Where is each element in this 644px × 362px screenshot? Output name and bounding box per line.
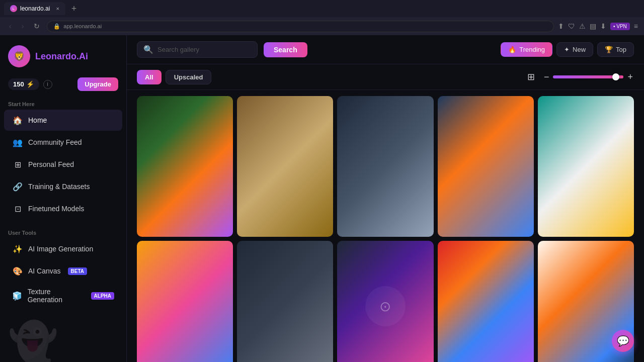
item-share-button[interactable]: ⊘	[198, 100, 212, 114]
item-expand-button[interactable]: ⤢	[416, 100, 430, 114]
beta-badge: BETA	[68, 267, 87, 275]
new-label: New	[573, 46, 586, 53]
sidebar-label-personal-feed: Personal Feed	[28, 160, 74, 168]
item-remix-button[interactable]: ⊞	[181, 245, 195, 259]
gallery-item[interactable]: ⊞ ⤢	[237, 96, 333, 237]
credits-amount: 150	[13, 80, 24, 88]
item-expand-button[interactable]: ⤢	[516, 245, 530, 259]
item-remix-button[interactable]: ⊞	[381, 100, 395, 114]
share-button[interactable]: ⬆	[558, 22, 564, 30]
sidebar-toggle[interactable]: ▤	[590, 22, 596, 30]
item-expand-button[interactable]: ⤢	[516, 100, 530, 114]
grid-view-button[interactable]: ⊞	[523, 69, 539, 84]
sidebar-label-finetuned: Finetuned Models	[28, 205, 84, 213]
sidebar-section-user-tools: User Tools	[0, 226, 126, 238]
zoom-in-button[interactable]: +	[626, 72, 634, 82]
texture-gen-icon: 🧊	[12, 290, 23, 301]
item-expand-button[interactable]: ⤢	[315, 100, 329, 114]
info-button[interactable]: i	[43, 80, 52, 89]
new-filter-button[interactable]: ✦ New	[556, 42, 593, 57]
sidebar-label-texture-gen: Texture Generation	[28, 288, 84, 304]
gallery-item[interactable]: ⊞ ⊘ ⤢	[137, 96, 233, 237]
item-share-button[interactable]: ⊘	[398, 100, 413, 114]
item-share-button[interactable]: ⊘	[398, 245, 413, 259]
item-share-button[interactable]: ⊘	[198, 245, 212, 259]
gallery-grid: ⊞ ⊘ ⤢ ⊞ ⤢ ⊞ ⊘ ⤢	[137, 96, 634, 362]
gallery: ⊞ ⊘ ⤢ ⊞ ⤢ ⊞ ⊘ ⤢	[127, 90, 644, 362]
chat-fab-button[interactable]: 💬	[612, 330, 634, 352]
tab-label: leonardo.ai	[20, 5, 50, 12]
logo-area: 🦁 Leonardo.Ai	[0, 41, 126, 75]
back-button[interactable]: ‹	[6, 21, 15, 31]
gallery-item[interactable]: ⊘	[237, 241, 333, 362]
extensions-button[interactable]: ⬇	[600, 22, 606, 30]
zoom-slider[interactable]: − +	[543, 72, 634, 82]
zoom-thumb[interactable]	[612, 73, 619, 80]
gallery-item[interactable]: ⊞ ⊘ ⤢ ⊙	[337, 241, 433, 362]
tab-upscaled[interactable]: Upscaled	[166, 70, 212, 84]
sidebar-item-ai-image[interactable]: ✨ AI Image Generation	[4, 238, 122, 259]
item-remix-button[interactable]: ⊞	[381, 245, 395, 259]
browser-nav-bar: ‹ › ↻ 🔒 app.leonardo.ai ⬆ 🛡 ⚠ ▤ ⬇ • VPN …	[0, 17, 644, 35]
zoom-track[interactable]	[553, 75, 623, 78]
item-expand-button[interactable]: ⤢	[416, 245, 430, 259]
community-feed-icon: 👥	[12, 137, 23, 148]
logo-text: Leonardo.Ai	[35, 51, 88, 62]
sidebar-item-home[interactable]: 🏠 Home	[4, 110, 122, 131]
gallery-item[interactable]: ⊞ ⊘ ⤢	[137, 241, 233, 362]
browser-action-buttons: ⬆ 🛡 ⚠ ▤ ⬇ • VPN ≡	[558, 22, 638, 30]
sidebar-label-ai-image: AI Image Generation	[28, 245, 93, 253]
ai-canvas-icon: 🎨	[12, 265, 23, 277]
address-bar[interactable]: 🔒 app.leonardo.ai	[47, 21, 554, 32]
gallery-item[interactable]: ⊞ ⊘ ⤢	[337, 96, 433, 237]
item-share-button[interactable]: ⊘	[616, 100, 630, 114]
item-remix-button[interactable]: ⊞	[616, 245, 630, 259]
sidebar-label-ai-canvas: AI Canvas	[28, 267, 61, 275]
menu-button[interactable]: ≡	[634, 22, 638, 30]
sidebar-item-ai-canvas[interactable]: 🎨 AI Canvas BETA	[4, 260, 122, 282]
item-remix-button[interactable]: ⊞	[499, 245, 513, 259]
trending-label: Trending	[519, 46, 545, 53]
training-icon: 🔗	[12, 181, 23, 192]
item-expand-button[interactable]: ⤢	[215, 245, 229, 259]
app-container: 🦁 Leonardo.Ai 150 ⚡ i Upgrade Start Here…	[0, 35, 644, 362]
sidebar-label-training: Training & Datasets	[28, 183, 90, 191]
item-remix-button[interactable]: ⊞	[298, 100, 312, 114]
sidebar-item-community-feed[interactable]: 👥 Community Feed	[4, 132, 122, 153]
gallery-item[interactable]: ⊞ ⤢	[438, 241, 534, 362]
new-tab-button[interactable]: +	[67, 4, 81, 14]
item-remix-button[interactable]: ⊞	[499, 100, 513, 114]
tab-close-button[interactable]: ×	[56, 6, 59, 12]
tab-all[interactable]: All	[137, 70, 162, 84]
active-tab[interactable]: L leonardo.ai ×	[4, 2, 65, 15]
zoom-out-button[interactable]: −	[543, 72, 550, 82]
vpn-badge: • VPN	[610, 23, 630, 30]
forward-button[interactable]: ›	[19, 21, 27, 31]
home-icon: 🏠	[12, 115, 23, 126]
item-expand-button[interactable]: ⤢	[215, 100, 229, 114]
sidebar-item-personal-feed[interactable]: ⊞ Personal Feed	[4, 154, 122, 175]
upgrade-button[interactable]: Upgrade	[77, 77, 118, 91]
alert-button[interactable]: ⚠	[579, 22, 586, 30]
refresh-button[interactable]: ↻	[31, 21, 43, 31]
sidebar-item-finetuned[interactable]: ⊡ Finetuned Models	[4, 198, 122, 219]
top-icon: 🏆	[605, 46, 613, 53]
sidebar-item-texture-gen[interactable]: 🧊 Texture Generation ALPHA	[4, 283, 122, 309]
tab-favicon: L	[10, 5, 17, 12]
trending-filter-button[interactable]: 🔥 Trending	[501, 42, 552, 57]
sidebar-label-community-feed: Community Feed	[28, 138, 82, 146]
gallery-item[interactable]: ⊞ ⊘	[538, 96, 634, 237]
sidebar-item-training[interactable]: 🔗 Training & Datasets	[4, 176, 122, 197]
item-share-button[interactable]: ⊘	[315, 245, 329, 259]
item-remix-button[interactable]: ⊞	[181, 100, 195, 114]
item-remix-button[interactable]: ⊞	[599, 100, 613, 114]
ghost-decoration: 👻	[8, 320, 58, 362]
top-filter-button[interactable]: 🏆 Top	[597, 42, 634, 57]
search-box[interactable]: 🔍	[137, 41, 258, 58]
gallery-item[interactable]: ⊞ ⤢	[438, 96, 534, 237]
search-button[interactable]: Search	[264, 42, 307, 57]
search-input[interactable]	[157, 46, 251, 53]
new-icon: ✦	[564, 46, 570, 53]
search-icon: 🔍	[143, 45, 153, 54]
shield-button[interactable]: 🛡	[568, 22, 575, 30]
